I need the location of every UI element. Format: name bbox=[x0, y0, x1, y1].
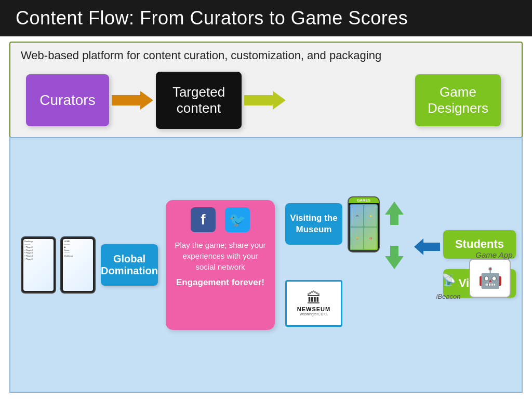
phones-area: Rankings────• Player1• Player2• Player3•… bbox=[21, 236, 96, 294]
orange-arrow-svg bbox=[112, 91, 153, 110]
facebook-icon: f bbox=[191, 207, 216, 232]
game-screen: 🎮 ⭐ 🏆 🎯 bbox=[350, 204, 378, 250]
phone-content-1: Rankings────• Player1• Player2• Player3•… bbox=[24, 240, 52, 260]
page-title: Content Flow: From Curators to Game Scor… bbox=[16, 7, 408, 29]
vertical-arrows bbox=[385, 202, 404, 269]
global-domination-label: Global Domination bbox=[101, 253, 158, 277]
museum-logo: 🏛 NEWSEUM Washington, D.C. bbox=[285, 280, 342, 327]
social-box: f 🐦 Play the game; share your experience… bbox=[166, 200, 275, 330]
game-tile-3: 🏆 bbox=[351, 228, 363, 249]
orange-arrow bbox=[109, 90, 156, 111]
game-device-mockup: GAMES 🎮 ⭐ 🏆 🎯 bbox=[348, 196, 380, 252]
svg-marker-5 bbox=[385, 246, 404, 269]
engagement-forever-text: Engagement forever! bbox=[176, 277, 264, 288]
game-app-area: Game App. 🤖 bbox=[474, 250, 516, 300]
phone-content-2: HOME────◉Score────Challenge bbox=[64, 240, 92, 258]
vertical-down-arrow bbox=[385, 233, 404, 269]
svg-text:📡: 📡 bbox=[442, 273, 456, 287]
page-header: Content Flow: From Curators to Game Scor… bbox=[0, 0, 532, 36]
svg-marker-0 bbox=[112, 91, 153, 110]
museum-name-label: NEWSEUM bbox=[297, 306, 330, 312]
facebook-letter: f bbox=[201, 211, 205, 228]
social-share-text: Play the game; share your experiences wi… bbox=[172, 240, 269, 272]
curators-label: Curators bbox=[39, 92, 95, 109]
robot-emoji: 🤖 bbox=[478, 267, 502, 289]
phone-mockup-2: HOME────◉Score────Challenge bbox=[60, 236, 96, 294]
visiting-museum-column: Visiting the Museum 🏛 NEWSEUM Washington… bbox=[285, 203, 342, 327]
game-tile-2: ⭐ bbox=[364, 205, 377, 227]
visiting-museum-box: Visiting the Museum bbox=[285, 203, 342, 245]
students-label: Students bbox=[455, 237, 504, 251]
twitter-icon: 🐦 bbox=[225, 207, 250, 232]
bottom-icons-row: 📡 iBeacon Game App. 🤖 bbox=[433, 250, 516, 300]
bottom-engagement-section: Rankings────• Player1• Player2• Player3•… bbox=[9, 137, 523, 393]
top-platform-section: Web-based platform for content curation,… bbox=[9, 42, 523, 138]
phone-mockup-1: Rankings────• Player1• Player2• Player3•… bbox=[21, 236, 56, 294]
museum-city-label: Washington, D.C. bbox=[300, 312, 328, 316]
phone-screen-2: HOME────◉Score────Challenge bbox=[63, 239, 93, 291]
ibeacon-label: iBeacon bbox=[436, 292, 461, 300]
targeted-content-box: Targeted content bbox=[156, 72, 242, 129]
twitter-bird: 🐦 bbox=[229, 212, 246, 228]
ibeacon-signal-icon: 📡 bbox=[433, 269, 464, 292]
games-label-bar: GAMES bbox=[349, 197, 379, 203]
platform-subtitle: Web-based platform for content curation,… bbox=[21, 49, 511, 62]
right-column: GAMES 🎮 ⭐ 🏆 🎯 bbox=[348, 228, 516, 303]
ibeacon-area: 📡 iBeacon bbox=[433, 269, 464, 300]
svg-marker-1 bbox=[244, 91, 286, 110]
svg-marker-4 bbox=[385, 202, 404, 225]
game-designers-box: Game Designers bbox=[415, 74, 501, 126]
phone-screen-1: Rankings────• Player1• Player2• Player3•… bbox=[23, 239, 54, 291]
yellow-arrow-svg bbox=[244, 91, 286, 110]
global-domination-box: Global Domination bbox=[101, 244, 158, 286]
museum-building-icon: 🏛 bbox=[307, 291, 321, 306]
yellow-arrow bbox=[242, 90, 288, 111]
main-content: Web-based platform for content curation,… bbox=[0, 36, 532, 398]
curators-box: Curators bbox=[26, 74, 109, 126]
game-app-label: Game App. bbox=[475, 250, 514, 259]
visiting-museum-label: Visiting the Museum bbox=[285, 212, 342, 235]
game-app-icon-box: 🤖 bbox=[469, 259, 511, 298]
game-designers-label: Game Designers bbox=[415, 84, 501, 116]
game-tile-4: 🎯 bbox=[364, 228, 377, 249]
social-icons-row: f 🐦 bbox=[191, 207, 250, 232]
flow-diagram-row: Curators Targeted content Game Designe bbox=[21, 72, 511, 129]
targeted-content-label: Targeted content bbox=[156, 84, 242, 116]
game-tile-1: 🎮 bbox=[351, 205, 363, 227]
